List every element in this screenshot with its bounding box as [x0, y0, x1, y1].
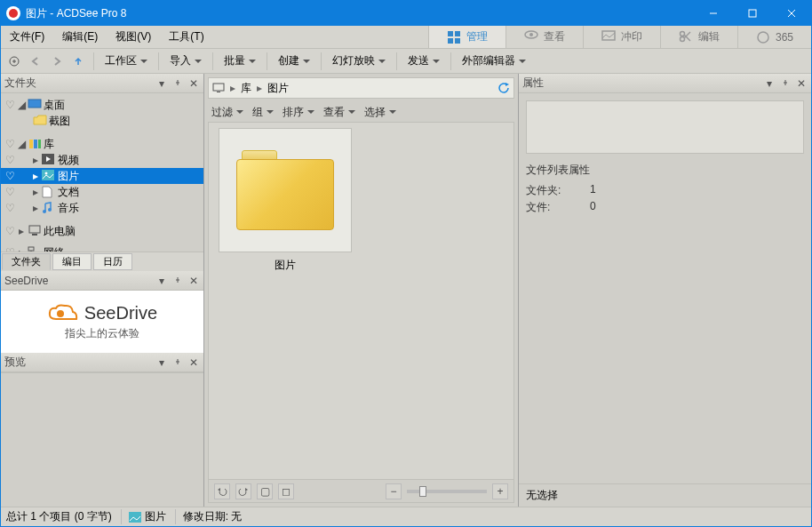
mode-365[interactable]: 365 — [737, 26, 811, 48]
mode-manage[interactable]: 管理 — [428, 26, 506, 48]
tree-item-thispc[interactable]: ♡▸此电脑 — [1, 223, 203, 239]
folders-panel-header: 文件夹 ▾ ✕ — [1, 74, 203, 93]
tree-item-pictures[interactable]: ♡▸图片 — [1, 168, 203, 184]
panel-close-icon[interactable]: ✕ — [187, 275, 200, 287]
svg-rect-18 — [29, 140, 33, 148]
panel-menu-icon[interactable]: ▾ — [155, 275, 168, 287]
import-dropdown[interactable]: 导入 — [164, 52, 207, 71]
thumbnail-size-slider[interactable] — [407, 490, 487, 493]
preview-panel-header: 预览 ▾ ✕ — [1, 353, 203, 372]
breadcrumb: ▸ 库 ▸ 图片 — [208, 77, 514, 99]
pin-icon[interactable] — [779, 77, 792, 90]
pin-icon[interactable] — [171, 275, 184, 287]
breadcrumb-library[interactable]: 库 — [241, 81, 251, 96]
left-tab-calendar[interactable]: 日历 — [93, 253, 132, 270]
window-title: 图片 - ACDSee Pro 8 — [26, 6, 694, 21]
folder-item[interactable]: 图片 — [214, 128, 356, 273]
select-dropdown[interactable]: 选择 — [364, 105, 396, 120]
svg-rect-1 — [749, 10, 756, 17]
svg-point-25 — [43, 210, 46, 213]
tree-item-documents[interactable]: ♡▸文档 — [1, 184, 203, 200]
rotate-left-button[interactable] — [214, 483, 230, 499]
view-dropdown[interactable]: 查看 — [323, 105, 355, 120]
back-button[interactable] — [26, 52, 45, 71]
menu-view[interactable]: 视图(V) — [107, 26, 160, 48]
menu-tools[interactable]: 工具(T) — [160, 26, 212, 48]
svg-marker-34 — [506, 83, 509, 86]
svg-rect-32 — [213, 84, 224, 91]
status-name: 图片 — [145, 509, 166, 524]
cloud-icon — [47, 303, 79, 324]
no-selection-label: 无选择 — [519, 483, 811, 507]
svg-rect-4 — [448, 31, 453, 36]
batch-dropdown[interactable]: 批量 — [219, 52, 261, 71]
mode-view[interactable]: 查看 — [506, 26, 583, 48]
svg-rect-33 — [217, 92, 220, 92]
tree-item-library[interactable]: ♡◢库 — [1, 136, 203, 152]
globe-icon — [756, 30, 770, 44]
svg-rect-5 — [455, 31, 460, 36]
breadcrumb-pictures[interactable]: 图片 — [267, 81, 289, 96]
panel-close-icon[interactable]: ✕ — [187, 356, 200, 369]
pin-icon[interactable] — [171, 356, 184, 369]
seedrive-tagline: 指尖上的云体验 — [65, 326, 139, 341]
property-section: 文件列表属性 — [526, 163, 804, 178]
left-tab-catalog[interactable]: 编目 — [52, 253, 92, 270]
workspace-dropdown[interactable]: 工作区 — [100, 52, 153, 71]
property-preview-box — [526, 100, 804, 154]
zoom-out-button[interactable]: − — [386, 483, 402, 499]
svg-rect-20 — [38, 140, 41, 148]
svg-point-31 — [57, 310, 64, 317]
panel-menu-icon[interactable]: ▾ — [763, 77, 776, 90]
eye-icon — [524, 30, 538, 44]
maximize-button[interactable] — [733, 1, 772, 26]
create-dropdown[interactable]: 创建 — [273, 52, 315, 71]
menu-edit[interactable]: 编辑(E) — [53, 26, 107, 48]
panel-close-icon[interactable]: ✕ — [795, 77, 808, 90]
left-tab-folders[interactable]: 文件夹 — [2, 253, 51, 270]
group-dropdown[interactable]: 组 — [252, 105, 274, 120]
minimize-button[interactable] — [694, 1, 733, 26]
mode-develop[interactable]: 冲印 — [583, 26, 660, 48]
compare-button[interactable]: ▢ — [257, 483, 273, 499]
close-button[interactable] — [772, 1, 811, 26]
panel-close-icon[interactable]: ✕ — [187, 77, 200, 90]
svg-point-15 — [758, 32, 768, 43]
property-row: 文件: 0 — [526, 200, 804, 215]
scissors-icon — [679, 30, 693, 44]
refresh-icon[interactable] — [498, 82, 510, 94]
send-dropdown[interactable]: 发送 — [402, 52, 445, 71]
external-editor-dropdown[interactable]: 外部编辑器 — [457, 52, 531, 71]
svg-rect-7 — [455, 38, 460, 44]
menu-file[interactable]: 文件(F) — [1, 26, 53, 48]
panel-menu-icon[interactable]: ▾ — [155, 77, 168, 90]
properties-panel-header: 属性 ▾ ✕ — [519, 74, 811, 93]
tree-item-music[interactable]: ♡▸音乐 — [1, 200, 203, 216]
forward-button[interactable] — [47, 52, 67, 71]
svg-rect-19 — [34, 140, 37, 148]
pin-icon[interactable] — [171, 77, 184, 90]
slideshow-dropdown[interactable]: 幻灯放映 — [327, 52, 391, 71]
toolbar-toggle-button[interactable] — [4, 52, 24, 71]
svg-point-9 — [529, 33, 533, 36]
seedrive-panel-header: SeeDrive ▾ ✕ — [1, 271, 203, 291]
zoom-in-button[interactable]: + — [492, 483, 508, 499]
rotate-right-button[interactable] — [235, 483, 251, 499]
property-row: 文件夹: 1 — [526, 183, 804, 198]
tag-button[interactable]: ◻ — [278, 483, 294, 499]
mode-edit[interactable]: 编辑 — [660, 26, 737, 48]
up-button[interactable] — [68, 52, 88, 71]
picture-icon — [601, 30, 616, 44]
svg-rect-17 — [28, 100, 41, 108]
panel-menu-icon[interactable]: ▾ — [155, 356, 168, 369]
svg-point-26 — [48, 208, 52, 212]
filter-dropdown[interactable]: 过滤 — [211, 105, 243, 120]
svg-point-24 — [45, 172, 48, 175]
tree-item-network[interactable]: ♡▸网络 — [1, 244, 203, 252]
tree-item-screenshots[interactable]: 截图 — [1, 113, 203, 129]
svg-rect-10 — [602, 31, 615, 40]
sort-dropdown[interactable]: 排序 — [283, 105, 314, 120]
tree-item-videos[interactable]: ♡▸视频 — [1, 152, 203, 168]
tree-item-desktop[interactable]: ♡◢桌面 — [1, 97, 203, 113]
svg-rect-28 — [32, 234, 37, 236]
